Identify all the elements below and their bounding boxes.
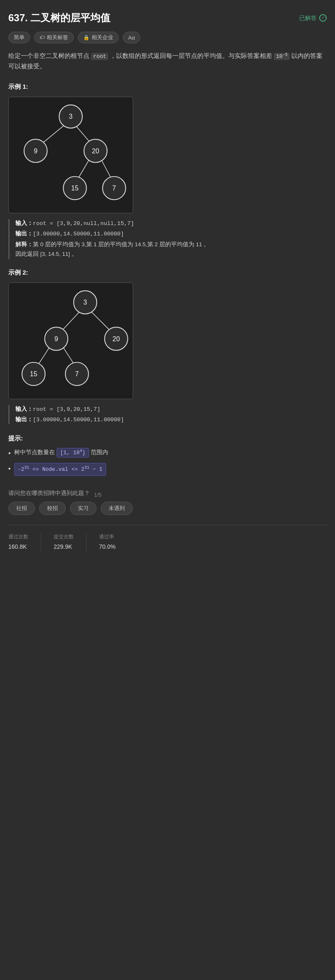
- hint1-code: [1, 104]: [57, 448, 89, 458]
- example2-title: 示例 2:: [8, 268, 327, 278]
- tag-icon: 🏷: [40, 35, 45, 40]
- svg-text:20: 20: [112, 335, 120, 342]
- survey-btn-shixi[interactable]: 实习: [70, 502, 97, 515]
- bullet2: •: [8, 463, 11, 474]
- tag-difficulty-label: 简单: [14, 34, 25, 41]
- survey-btn-xiaozao[interactable]: 校招: [39, 502, 66, 515]
- hint1-text: 树中节点数量在 [1, 104] 范围内: [14, 448, 108, 458]
- svg-text:3: 3: [69, 113, 73, 120]
- svg-text:15: 15: [30, 370, 37, 378]
- svg-text:15: 15: [71, 185, 79, 192]
- survey-buttons: 社招 校招 实习 未遇到: [8, 502, 327, 515]
- example1-explanation: 解释：第 0 层的平均值为 3,第 1 层的平均值为 14.5,第 2 层的平均…: [15, 240, 327, 259]
- svg-text:9: 9: [55, 335, 58, 342]
- stat-submit-label: 提交次数: [54, 533, 74, 541]
- svg-text:9: 9: [34, 148, 37, 155]
- solved-badge: 已解答 ✓: [299, 13, 327, 22]
- stat-divider2: [86, 533, 87, 551]
- stat-submit-count: 提交次数 229.9K: [54, 533, 74, 551]
- tag-related-tags[interactable]: 🏷 相关标签: [34, 32, 74, 43]
- example1-output: 输出：[3.00000,14.50000,11.00000]: [15, 230, 327, 239]
- stat-rate-label: 通过率: [99, 533, 116, 541]
- stat-pass-label: 通过次数: [8, 533, 28, 541]
- hint1-item: • 树中节点数量在 [1, 104] 范围内: [8, 448, 327, 459]
- title-row: 637. 二叉树的层平均值 已解答 ✓: [8, 10, 327, 26]
- tree1-image: 3 9 20 15 7: [8, 97, 133, 213]
- stat-pass-rate: 通过率 70.0%: [99, 533, 116, 551]
- svg-text:20: 20: [92, 148, 99, 155]
- lock-icon: 🔒: [83, 35, 89, 40]
- stats-row: 通过次数 160.8K 提交次数 229.9K 通过率 70.0%: [8, 525, 327, 551]
- stat-rate-value: 70.0%: [99, 542, 116, 551]
- tag-difficulty[interactable]: 简单: [8, 32, 30, 43]
- hint2-item: • -231 <= Node.val <= 231 − 1: [8, 463, 327, 476]
- example2-output: 输出：[3.00000,14.50000,11.00000]: [15, 415, 327, 425]
- tags-row: 简单 🏷 相关标签 🔒 相关企业 Aα: [8, 32, 327, 43]
- tag-related-companies-label: 相关企业: [92, 34, 113, 41]
- survey-section: 请问您在哪类招聘中遇到此题？ 1/5 社招 校招 实习 未遇到: [8, 488, 327, 515]
- solved-label: 已解答: [299, 13, 317, 22]
- example2-block: 输入：root = [3,9,20,15,7] 输出：[3.00000,14.5…: [8, 405, 327, 424]
- stat-divider1: [41, 533, 41, 551]
- tree2-image: 3 9 20 15 7: [8, 282, 133, 399]
- example1-title: 示例 1:: [8, 82, 327, 92]
- svg-text:7: 7: [112, 185, 116, 192]
- example1-input: 输入：root = [3,9,20,null,null,15,7]: [15, 219, 327, 228]
- svg-text:7: 7: [75, 370, 79, 378]
- solved-check-icon: ✓: [319, 14, 327, 22]
- survey-question: 请问您在哪类招聘中遇到此题？: [8, 488, 90, 498]
- hints-section: 提示: • 树中节点数量在 [1, 104] 范围内 • -231 <= Nod…: [8, 433, 327, 476]
- tag-related-tags-label: 相关标签: [47, 34, 68, 41]
- svg-text:3: 3: [83, 299, 87, 306]
- bullet1: •: [8, 448, 11, 459]
- hint2-code: -231 <= Node.val <= 231 − 1: [14, 463, 106, 476]
- description: 给定一个非空二叉树的根节点 root ，以数组的形式返回每一层节点的平均值。与实…: [8, 51, 327, 72]
- problem-number: 637.: [8, 12, 28, 23]
- problem-title: 637. 二叉树的层平均值: [8, 10, 110, 26]
- survey-question-row: 请问您在哪类招聘中遇到此题？ 1/5: [8, 488, 327, 502]
- survey-progress: 1/5: [94, 491, 102, 500]
- stat-pass-count: 通过次数 160.8K: [8, 533, 28, 551]
- example1-block: 输入：root = [3,9,20,null,null,15,7] 输出：[3.…: [8, 219, 327, 259]
- example2-input: 输入：root = [3,9,20,15,7]: [15, 405, 327, 414]
- hints-title: 提示:: [8, 433, 327, 443]
- tag-font[interactable]: Aα: [123, 32, 140, 43]
- inline-code-root: root: [91, 53, 108, 60]
- stat-submit-value: 229.9K: [54, 542, 74, 551]
- tag-font-label: Aα: [128, 35, 135, 41]
- survey-btn-shezao[interactable]: 社招: [8, 502, 35, 515]
- tag-related-companies[interactable]: 🔒 相关企业: [78, 32, 119, 43]
- survey-btn-weiyu[interactable]: 未遇到: [101, 502, 133, 515]
- stat-pass-value: 160.8K: [8, 542, 28, 551]
- problem-title-text: 二叉树的层平均值: [30, 12, 110, 23]
- inline-code-tolerance: 10-5: [274, 53, 290, 60]
